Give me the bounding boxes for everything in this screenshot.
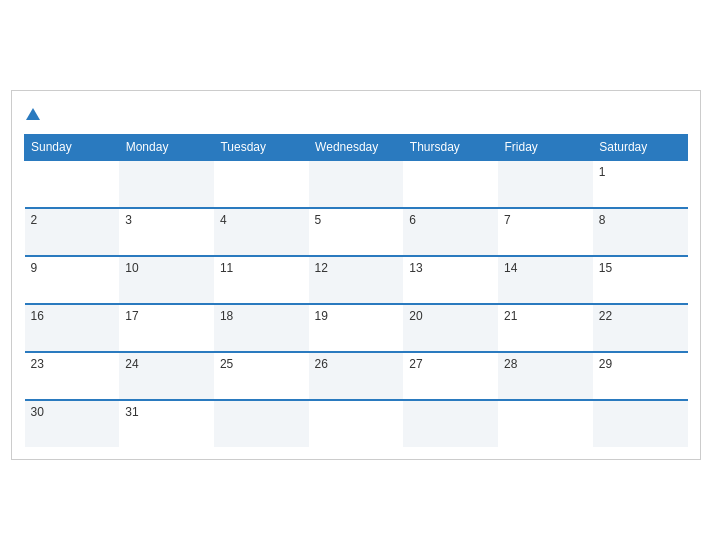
calendar-cell: 21 bbox=[498, 304, 593, 352]
day-number: 10 bbox=[125, 261, 138, 275]
day-number: 17 bbox=[125, 309, 138, 323]
weekday-header-wednesday: Wednesday bbox=[309, 135, 404, 161]
day-number: 23 bbox=[31, 357, 44, 371]
day-number: 13 bbox=[409, 261, 422, 275]
week-row-3: 9101112131415 bbox=[25, 256, 688, 304]
calendar-cell: 25 bbox=[214, 352, 309, 400]
weekday-header-saturday: Saturday bbox=[593, 135, 688, 161]
calendar-cell bbox=[119, 160, 214, 208]
day-number: 15 bbox=[599, 261, 612, 275]
calendar-cell: 1 bbox=[593, 160, 688, 208]
calendar-cell: 4 bbox=[214, 208, 309, 256]
day-number: 24 bbox=[125, 357, 138, 371]
calendar-header bbox=[24, 101, 688, 127]
day-number: 7 bbox=[504, 213, 511, 227]
calendar-cell bbox=[403, 400, 498, 447]
calendar-cell: 22 bbox=[593, 304, 688, 352]
week-row-2: 2345678 bbox=[25, 208, 688, 256]
calendar-cell: 27 bbox=[403, 352, 498, 400]
calendar-cell: 7 bbox=[498, 208, 593, 256]
calendar-cell bbox=[498, 160, 593, 208]
day-number: 31 bbox=[125, 405, 138, 419]
calendar-cell: 23 bbox=[25, 352, 120, 400]
day-number: 22 bbox=[599, 309, 612, 323]
day-number: 18 bbox=[220, 309, 233, 323]
week-row-6: 3031 bbox=[25, 400, 688, 447]
calendar-cell: 3 bbox=[119, 208, 214, 256]
weekday-header-thursday: Thursday bbox=[403, 135, 498, 161]
day-number: 6 bbox=[409, 213, 416, 227]
calendar-cell: 10 bbox=[119, 256, 214, 304]
day-number: 16 bbox=[31, 309, 44, 323]
logo-triangle-icon bbox=[26, 108, 40, 120]
day-number: 25 bbox=[220, 357, 233, 371]
day-number: 28 bbox=[504, 357, 517, 371]
day-number: 4 bbox=[220, 213, 227, 227]
calendar-cell bbox=[309, 160, 404, 208]
calendar-cell: 9 bbox=[25, 256, 120, 304]
calendar-cell: 13 bbox=[403, 256, 498, 304]
calendar-cell: 24 bbox=[119, 352, 214, 400]
day-number: 12 bbox=[315, 261, 328, 275]
calendar-cell bbox=[25, 160, 120, 208]
calendar-cell: 12 bbox=[309, 256, 404, 304]
logo bbox=[24, 105, 40, 123]
weekday-header-monday: Monday bbox=[119, 135, 214, 161]
calendar-cell: 19 bbox=[309, 304, 404, 352]
week-row-1: 1 bbox=[25, 160, 688, 208]
logo-general-text bbox=[24, 105, 40, 123]
calendar-cell: 26 bbox=[309, 352, 404, 400]
day-number: 14 bbox=[504, 261, 517, 275]
day-number: 8 bbox=[599, 213, 606, 227]
day-number: 2 bbox=[31, 213, 38, 227]
day-number: 21 bbox=[504, 309, 517, 323]
day-number: 20 bbox=[409, 309, 422, 323]
day-number: 29 bbox=[599, 357, 612, 371]
calendar-table: SundayMondayTuesdayWednesdayThursdayFrid… bbox=[24, 134, 688, 447]
calendar-container: SundayMondayTuesdayWednesdayThursdayFrid… bbox=[11, 90, 701, 461]
calendar-cell: 11 bbox=[214, 256, 309, 304]
day-number: 1 bbox=[599, 165, 606, 179]
day-number: 27 bbox=[409, 357, 422, 371]
calendar-cell: 28 bbox=[498, 352, 593, 400]
weekday-header-friday: Friday bbox=[498, 135, 593, 161]
day-number: 9 bbox=[31, 261, 38, 275]
calendar-cell: 20 bbox=[403, 304, 498, 352]
calendar-cell: 2 bbox=[25, 208, 120, 256]
calendar-cell: 31 bbox=[119, 400, 214, 447]
calendar-cell: 8 bbox=[593, 208, 688, 256]
calendar-cell: 16 bbox=[25, 304, 120, 352]
day-number: 19 bbox=[315, 309, 328, 323]
calendar-cell bbox=[403, 160, 498, 208]
day-number: 3 bbox=[125, 213, 132, 227]
day-number: 5 bbox=[315, 213, 322, 227]
calendar-cell: 30 bbox=[25, 400, 120, 447]
weekday-header-sunday: Sunday bbox=[25, 135, 120, 161]
week-row-5: 23242526272829 bbox=[25, 352, 688, 400]
calendar-cell: 6 bbox=[403, 208, 498, 256]
calendar-cell: 14 bbox=[498, 256, 593, 304]
calendar-cell bbox=[309, 400, 404, 447]
calendar-cell: 18 bbox=[214, 304, 309, 352]
calendar-cell bbox=[593, 400, 688, 447]
calendar-cell bbox=[498, 400, 593, 447]
calendar-cell bbox=[214, 160, 309, 208]
calendar-cell: 5 bbox=[309, 208, 404, 256]
calendar-cell: 17 bbox=[119, 304, 214, 352]
day-number: 11 bbox=[220, 261, 233, 275]
calendar-cell: 15 bbox=[593, 256, 688, 304]
calendar-cell bbox=[214, 400, 309, 447]
day-number: 30 bbox=[31, 405, 44, 419]
weekday-header-tuesday: Tuesday bbox=[214, 135, 309, 161]
calendar-cell: 29 bbox=[593, 352, 688, 400]
week-row-4: 16171819202122 bbox=[25, 304, 688, 352]
weekday-header-row: SundayMondayTuesdayWednesdayThursdayFrid… bbox=[25, 135, 688, 161]
day-number: 26 bbox=[315, 357, 328, 371]
